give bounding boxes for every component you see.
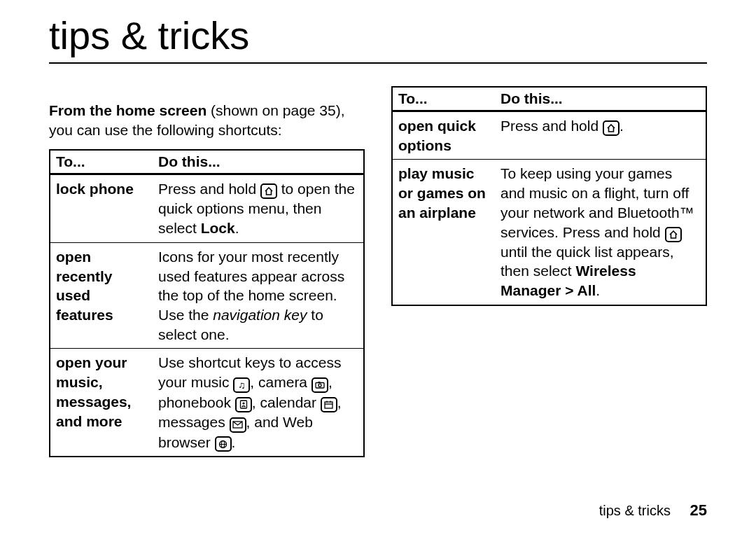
text: Press and hold — [158, 181, 260, 197]
page-title: tips & tricks — [49, 13, 707, 58]
music-icon: ♫ — [233, 377, 250, 393]
text: , calendar — [252, 394, 321, 410]
left-column: From the home screen (shown on page 35),… — [49, 86, 365, 457]
cell-to: open recently used features — [50, 242, 153, 349]
page-footer: tips & tricks 25 — [599, 501, 707, 520]
table-header-row: To... Do this... — [50, 150, 364, 174]
cell-do: Icons for your most recently used featur… — [153, 242, 364, 349]
manual-page: tips & tricks From the home screen (show… — [0, 0, 756, 535]
svg-rect-5 — [325, 402, 332, 408]
table-row: lock phone Press and hold to open the qu… — [50, 174, 364, 242]
cell-do: Press and hold to open the quick options… — [153, 174, 364, 242]
italic-text: navigation key — [213, 307, 307, 323]
home-icon — [665, 227, 682, 242]
header-to: To... — [392, 87, 495, 111]
cell-do: To keep using your games and music on a … — [495, 160, 706, 305]
cell-to: open your music, messages, and more — [50, 349, 153, 457]
bold-text: Lock — [201, 220, 235, 236]
right-column: To... Do this... open quick options Pres… — [391, 86, 707, 457]
table-row: play music or games on an airplane To ke… — [392, 160, 706, 305]
text: Press and hold — [500, 118, 603, 134]
home-icon — [260, 183, 277, 199]
svg-point-2 — [318, 384, 321, 387]
header-to: To... — [50, 150, 153, 174]
calendar-icon — [321, 397, 337, 412]
header-do: Do this... — [153, 150, 364, 174]
footer-label: tips & tricks — [599, 503, 671, 518]
tips-table-left: To... Do this... lock phone Press and ho… — [49, 149, 365, 457]
cell-to: open quick options — [392, 111, 495, 160]
page-number: 25 — [690, 501, 707, 519]
cell-do: Press and hold . — [495, 111, 706, 160]
phonebook-icon — [235, 397, 252, 412]
camera-icon — [312, 377, 328, 393]
cell-to: play music or games on an airplane — [392, 160, 495, 305]
tips-table-right: To... Do this... open quick options Pres… — [391, 86, 707, 306]
cell-to: lock phone — [50, 174, 153, 242]
messages-icon — [230, 417, 246, 433]
table-row: open your music, messages, and more Use … — [50, 349, 364, 457]
text: , camera — [250, 374, 312, 390]
text: . — [235, 220, 239, 236]
home-icon — [603, 120, 620, 136]
text: . — [596, 282, 600, 298]
title-rule — [49, 62, 707, 64]
table-header-row: To... Do this... — [392, 87, 706, 111]
web-icon — [215, 436, 232, 452]
svg-point-4 — [242, 403, 244, 405]
intro-text: From the home screen (shown on page 35),… — [49, 101, 365, 139]
content-columns: From the home screen (shown on page 35),… — [49, 86, 707, 457]
cell-do: Use shortcut keys to access your music ♫… — [153, 349, 364, 457]
text: . — [232, 434, 236, 450]
table-row: open recently used features Icons for yo… — [50, 242, 364, 349]
svg-rect-1 — [318, 382, 320, 383]
header-do: Do this... — [495, 87, 706, 111]
text: . — [620, 118, 624, 134]
intro-bold: From the home screen — [49, 102, 206, 118]
table-row: open quick options Press and hold . — [392, 111, 706, 160]
